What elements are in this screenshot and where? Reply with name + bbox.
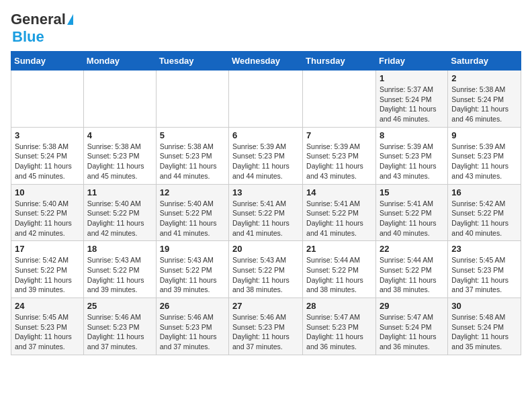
day-info: Sunrise: 5:42 AM Sunset: 5:22 PM Dayligh…: [15, 255, 80, 295]
day-number: 18: [87, 244, 152, 254]
calendar-cell: 16Sunrise: 5:42 AM Sunset: 5:22 PM Dayli…: [448, 184, 521, 241]
day-number: 28: [306, 301, 372, 311]
calendar-cell: 1Sunrise: 5:37 AM Sunset: 5:24 PM Daylig…: [375, 71, 447, 128]
calendar-cell: 4Sunrise: 5:38 AM Sunset: 5:23 PM Daylig…: [83, 127, 156, 184]
day-number: 30: [451, 301, 517, 311]
day-number: 10: [15, 187, 80, 197]
day-info: Sunrise: 5:38 AM Sunset: 5:23 PM Dayligh…: [160, 142, 225, 181]
day-number: 16: [451, 187, 517, 197]
day-number: 3: [15, 130, 80, 140]
day-number: 14: [306, 187, 372, 197]
day-info: Sunrise: 5:41 AM Sunset: 5:22 PM Dayligh…: [232, 199, 299, 238]
calendar-cell: 10Sunrise: 5:40 AM Sunset: 5:22 PM Dayli…: [11, 184, 84, 241]
calendar-cell: [156, 71, 228, 128]
calendar-cell: 15Sunrise: 5:41 AM Sunset: 5:22 PM Dayli…: [375, 184, 447, 241]
days-of-week-row: SundayMondayTuesdayWednesdayThursdayFrid…: [11, 52, 521, 71]
dow-wednesday: Wednesday: [229, 52, 303, 71]
calendar-cell: [229, 71, 303, 128]
day-info: Sunrise: 5:44 AM Sunset: 5:22 PM Dayligh…: [380, 255, 444, 295]
calendar-cell: 14Sunrise: 5:41 AM Sunset: 5:22 PM Dayli…: [303, 184, 376, 241]
calendar-cell: [303, 71, 376, 128]
day-info: Sunrise: 5:47 AM Sunset: 5:23 PM Dayligh…: [306, 312, 372, 352]
day-info: Sunrise: 5:39 AM Sunset: 5:23 PM Dayligh…: [306, 142, 372, 181]
calendar-cell: 24Sunrise: 5:45 AM Sunset: 5:23 PM Dayli…: [11, 298, 84, 355]
day-info: Sunrise: 5:38 AM Sunset: 5:24 PM Dayligh…: [15, 142, 80, 181]
day-info: Sunrise: 5:37 AM Sunset: 5:24 PM Dayligh…: [380, 85, 444, 124]
week-row-1: 1Sunrise: 5:37 AM Sunset: 5:24 PM Daylig…: [11, 71, 521, 128]
calendar-cell: 28Sunrise: 5:47 AM Sunset: 5:23 PM Dayli…: [303, 298, 376, 355]
day-info: Sunrise: 5:39 AM Sunset: 5:23 PM Dayligh…: [451, 142, 517, 181]
calendar-cell: 3Sunrise: 5:38 AM Sunset: 5:24 PM Daylig…: [11, 127, 84, 184]
week-row-4: 17Sunrise: 5:42 AM Sunset: 5:22 PM Dayli…: [11, 241, 521, 298]
calendar-cell: 8Sunrise: 5:39 AM Sunset: 5:23 PM Daylig…: [375, 127, 447, 184]
calendar-cell: [83, 71, 156, 128]
day-number: 4: [87, 130, 152, 140]
dow-sunday: Sunday: [11, 52, 84, 71]
week-row-3: 10Sunrise: 5:40 AM Sunset: 5:22 PM Dayli…: [11, 184, 521, 241]
day-info: Sunrise: 5:41 AM Sunset: 5:22 PM Dayligh…: [306, 199, 372, 238]
calendar-cell: 5Sunrise: 5:38 AM Sunset: 5:23 PM Daylig…: [156, 127, 228, 184]
header: General Blue: [11, 11, 521, 46]
day-number: 8: [380, 130, 444, 140]
calendar-cell: 27Sunrise: 5:46 AM Sunset: 5:23 PM Dayli…: [229, 298, 303, 355]
calendar-cell: 7Sunrise: 5:39 AM Sunset: 5:23 PM Daylig…: [303, 127, 376, 184]
day-number: 6: [232, 130, 299, 140]
calendar-cell: 11Sunrise: 5:40 AM Sunset: 5:22 PM Dayli…: [83, 184, 156, 241]
calendar-cell: 22Sunrise: 5:44 AM Sunset: 5:22 PM Dayli…: [375, 241, 447, 298]
calendar-cell: 12Sunrise: 5:40 AM Sunset: 5:22 PM Dayli…: [156, 184, 228, 241]
day-info: Sunrise: 5:46 AM Sunset: 5:23 PM Dayligh…: [232, 312, 299, 352]
day-info: Sunrise: 5:40 AM Sunset: 5:22 PM Dayligh…: [87, 199, 152, 238]
calendar-cell: 26Sunrise: 5:46 AM Sunset: 5:23 PM Dayli…: [156, 298, 228, 355]
day-info: Sunrise: 5:47 AM Sunset: 5:24 PM Dayligh…: [380, 312, 444, 352]
day-number: 5: [160, 130, 225, 140]
day-number: 25: [87, 301, 152, 311]
day-info: Sunrise: 5:46 AM Sunset: 5:23 PM Dayligh…: [160, 312, 225, 352]
week-row-5: 24Sunrise: 5:45 AM Sunset: 5:23 PM Dayli…: [11, 298, 521, 355]
calendar-cell: 9Sunrise: 5:39 AM Sunset: 5:23 PM Daylig…: [448, 127, 521, 184]
day-number: 23: [451, 244, 517, 254]
calendar-cell: 6Sunrise: 5:39 AM Sunset: 5:23 PM Daylig…: [229, 127, 303, 184]
dow-friday: Friday: [375, 52, 447, 71]
day-number: 13: [232, 187, 299, 197]
day-info: Sunrise: 5:43 AM Sunset: 5:22 PM Dayligh…: [87, 255, 152, 295]
dow-tuesday: Tuesday: [156, 52, 228, 71]
day-number: 11: [87, 187, 152, 197]
day-info: Sunrise: 5:38 AM Sunset: 5:23 PM Dayligh…: [87, 142, 152, 181]
day-number: 1: [380, 73, 444, 83]
day-info: Sunrise: 5:46 AM Sunset: 5:23 PM Dayligh…: [87, 312, 152, 352]
day-info: Sunrise: 5:39 AM Sunset: 5:23 PM Dayligh…: [232, 142, 299, 181]
day-info: Sunrise: 5:48 AM Sunset: 5:24 PM Dayligh…: [451, 312, 517, 352]
logo-blue: Blue: [12, 28, 44, 46]
day-number: 20: [232, 244, 299, 254]
day-number: 12: [160, 187, 225, 197]
day-number: 26: [160, 301, 225, 311]
day-number: 19: [160, 244, 225, 254]
calendar-cell: 19Sunrise: 5:43 AM Sunset: 5:22 PM Dayli…: [156, 241, 228, 298]
logo-triangle-icon: [67, 14, 73, 25]
logo: General Blue: [11, 11, 73, 46]
day-info: Sunrise: 5:39 AM Sunset: 5:23 PM Dayligh…: [380, 142, 444, 181]
calendar-cell: 20Sunrise: 5:43 AM Sunset: 5:22 PM Dayli…: [229, 241, 303, 298]
calendar-cell: 21Sunrise: 5:44 AM Sunset: 5:22 PM Dayli…: [303, 241, 376, 298]
day-number: 17: [15, 244, 80, 254]
dow-saturday: Saturday: [448, 52, 521, 71]
day-info: Sunrise: 5:42 AM Sunset: 5:22 PM Dayligh…: [451, 199, 517, 238]
day-number: 9: [451, 130, 517, 140]
day-number: 2: [451, 73, 517, 83]
calendar-cell: 18Sunrise: 5:43 AM Sunset: 5:22 PM Dayli…: [83, 241, 156, 298]
day-info: Sunrise: 5:43 AM Sunset: 5:22 PM Dayligh…: [160, 255, 225, 295]
day-info: Sunrise: 5:45 AM Sunset: 5:23 PM Dayligh…: [15, 312, 80, 352]
day-number: 7: [306, 130, 372, 140]
day-info: Sunrise: 5:38 AM Sunset: 5:24 PM Dayligh…: [451, 85, 517, 124]
calendar-cell: 25Sunrise: 5:46 AM Sunset: 5:23 PM Dayli…: [83, 298, 156, 355]
week-row-2: 3Sunrise: 5:38 AM Sunset: 5:24 PM Daylig…: [11, 127, 521, 184]
day-number: 15: [380, 187, 444, 197]
day-info: Sunrise: 5:45 AM Sunset: 5:23 PM Dayligh…: [451, 255, 517, 295]
logo-general: General: [11, 11, 66, 28]
calendar-cell: 13Sunrise: 5:41 AM Sunset: 5:22 PM Dayli…: [229, 184, 303, 241]
day-info: Sunrise: 5:43 AM Sunset: 5:22 PM Dayligh…: [232, 255, 299, 295]
calendar-cell: [11, 71, 84, 128]
day-number: 27: [232, 301, 299, 311]
calendar-cell: 2Sunrise: 5:38 AM Sunset: 5:24 PM Daylig…: [448, 71, 521, 128]
calendar-body: 1Sunrise: 5:37 AM Sunset: 5:24 PM Daylig…: [11, 71, 521, 355]
